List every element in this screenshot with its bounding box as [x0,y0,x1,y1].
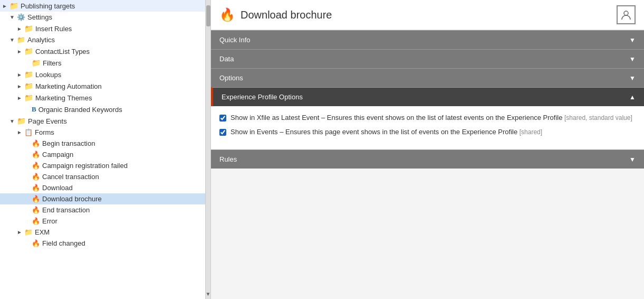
arrow-icon: ► [2,3,9,9]
sidebar-item-label: Campaign [42,151,73,158]
sidebar-item-forms[interactable]: ► 📋 Forms [0,127,205,138]
arrow-icon: ▼ [9,14,17,20]
sidebar-item-download[interactable]: 🔥 Download [0,182,205,193]
main-panel: 🔥 Download brochure Quick Info ▼ Data ▼ … [211,0,644,299]
sidebar: ► 📁 Publishing targets ▼ ⚙️ Settings ► 📁… [0,0,206,299]
scrollbar-thumb[interactable] [206,5,210,26]
accordion: Quick Info ▼ Data ▼ Options ▼ Experience… [211,30,644,169]
sidebar-item-campaign-registration-failed[interactable]: 🔥 Campaign registration failed [0,160,205,171]
page-header: 🔥 Download brochure [211,0,644,30]
experience-profile-options-label: Experience Profile Options [222,93,303,101]
sidebar-item-marketing-themes[interactable]: ► 📁 Marketing Themes [0,92,205,104]
sidebar-item-filters[interactable]: 📁 Filters [0,57,205,69]
rules-header[interactable]: Rules ▼ [211,150,644,169]
sidebar-item-label: Cancel transaction [42,173,99,181]
sidebar-item-label: End transaction [42,206,90,214]
sidebar-item-label: Insert Rules [35,25,72,33]
scrollbar-track[interactable]: ▼ [206,0,211,299]
sidebar-item-label: ContactList Types [35,48,90,55]
sidebar-item-download-brochure[interactable]: 🔥 Download brochure [0,193,205,204]
data-header[interactable]: Data ▼ [211,49,644,68]
sidebar-item-cancel-transaction[interactable]: 🔥 Cancel transaction [0,171,205,182]
sidebar-item-label: Publishing targets [21,2,75,10]
experience-profile-options-body: Show in Xfile as Latest Event – Ensures … [211,106,644,150]
sidebar-item-analytics[interactable]: ▼ 📁 Analytics [0,34,205,45]
sidebar-item-label: Download brochure [42,195,102,203]
options-chevron: ▼ [629,74,636,82]
sidebar-item-lookups[interactable]: ► 📁 Lookups [0,69,205,80]
svg-point-0 [624,11,628,15]
arrow-icon: ► [17,95,24,101]
options-label: Options [219,74,243,82]
arrow-icon: ► [17,26,24,32]
checkbox-events[interactable] [219,129,226,136]
data-label: Data [219,55,234,63]
user-avatar[interactable] [617,5,636,24]
sidebar-item-page-events[interactable]: ▼ 📁 Page Events [0,115,205,127]
quick-info-label: Quick Info [219,36,251,44]
sidebar-item-label: Download [42,184,73,192]
sidebar-item-label: Settings [27,13,52,21]
arrow-icon: ▼ [9,118,17,124]
checkbox-xfile-text: Show in Xfile as Latest Event – Ensures … [230,114,562,122]
arrow-icon: ► [17,229,24,235]
experience-profile-options-header[interactable]: Experience Profile Options ▲ [211,87,644,106]
sidebar-item-end-transaction[interactable]: 🔥 End transaction [0,204,205,216]
arrow-icon: ► [17,83,24,89]
sidebar-item-label: Marketing Themes [35,94,92,102]
sidebar-item-publishing-targets[interactable]: ► 📁 Publishing targets [0,0,205,12]
page-event-icon: 🔥 [219,7,235,22]
checkbox-xfile-label: Show in Xfile as Latest Event – Ensures … [230,114,632,122]
sidebar-item-marketing-automation[interactable]: ► 📁 Marketing Automation [0,80,205,92]
checkbox-xfile-muted: [shared, standard value] [564,114,632,122]
sidebar-item-insert-rules[interactable]: ► 📁 Insert Rules [0,23,205,34]
sidebar-item-error[interactable]: 🔥 Error [0,216,205,227]
sidebar-item-begin-transaction[interactable]: 🔥 Begin transaction [0,138,205,149]
sidebar-item-campaign[interactable]: 🔥 Campaign [0,149,205,160]
checkbox-events-label: Show in Events – Ensures this page event… [230,128,542,136]
arrow-icon: ► [17,72,24,78]
rules-label: Rules [219,155,237,163]
arrow-icon: ▼ [9,37,17,43]
sidebar-item-label: Begin transaction [42,139,95,147]
sidebar-item-label: Page Events [28,117,67,125]
sidebar-item-label: Marketing Automation [35,82,102,90]
sidebar-item-label: Field changed [42,239,85,247]
sidebar-item-label: Analytics [27,36,55,44]
options-header[interactable]: Options ▼ [211,68,644,87]
sidebar-item-label: Lookups [35,71,61,79]
quick-info-chevron: ▼ [629,36,636,44]
quick-info-header[interactable]: Quick Info ▼ [211,30,644,49]
checkbox-row-events: Show in Events – Ensures this page event… [219,128,636,136]
checkbox-row-xfile: Show in Xfile as Latest Event – Ensures … [219,114,636,122]
rules-chevron: ▼ [629,156,636,163]
page-title: Download brochure [241,9,332,21]
checkbox-xfile[interactable] [219,115,226,122]
sidebar-item-organic-branded-keywords[interactable]: B Organic Branded Keywords [0,104,205,115]
checkbox-events-muted: [shared] [520,128,542,136]
data-chevron: ▼ [629,55,636,63]
sidebar-item-label: Organic Branded Keywords [39,106,122,114]
checkbox-events-text: Show in Events – Ensures this page event… [230,128,517,136]
sidebar-item-label: Filters [43,59,61,67]
sidebar-item-field-changed[interactable]: 🔥 Field changed [0,238,205,249]
arrow-icon: ► [17,129,24,135]
sidebar-item-exm[interactable]: ► 📁 EXM [0,227,205,238]
arrow-icon: ► [17,49,24,54]
page-header-left: 🔥 Download brochure [219,7,332,22]
sidebar-item-label: Campaign registration failed [42,162,128,170]
sidebar-item-label: Forms [35,128,54,136]
sidebar-item-settings[interactable]: ▼ ⚙️ Settings [0,12,205,23]
sidebar-item-contactlist-types[interactable]: ► 📁 ContactList Types [0,45,205,57]
sidebar-item-label: Error [42,217,57,225]
experience-profile-options-chevron: ▲ [629,94,636,101]
sidebar-item-label: EXM [35,228,50,236]
